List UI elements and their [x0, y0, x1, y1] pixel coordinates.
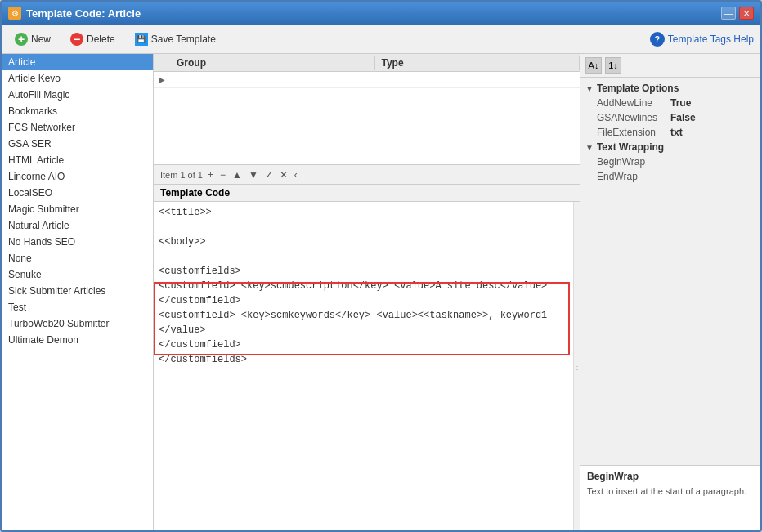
sidebar-item-test[interactable]: Test — [2, 299, 153, 315]
sort-az-icon[interactable]: A↓ — [585, 57, 602, 74]
add-new-line-value: True — [670, 97, 691, 109]
help-icon: ? — [650, 32, 665, 47]
sidebar-item-gsa-ser[interactable]: GSA SER — [2, 136, 153, 152]
grid-toolbar: Item 1 of 1 + − ▲ ▼ ✓ ✕ ‹ — [154, 164, 580, 184]
sidebar-item-magic-submitter[interactable]: Magic Submitter — [2, 201, 153, 217]
chevron-down-icon: ▼ — [585, 84, 594, 93]
file-extension-item[interactable]: FileExtension txt — [580, 125, 760, 140]
right-panel-bottom: BeginWrap Text to insert at the start of… — [580, 465, 760, 530]
save-icon: 💾 — [135, 33, 148, 46]
add-new-line-key: AddNewLine — [597, 97, 670, 109]
delete-icon: − — [70, 33, 83, 46]
add-row-button[interactable]: + — [206, 169, 215, 181]
begin-wrap-key: BeginWrap — [597, 156, 670, 168]
file-extension-key: FileExtension — [597, 127, 670, 138]
close-button[interactable]: ✕ — [739, 7, 754, 20]
sidebar-item-article[interactable]: Article — [2, 54, 153, 70]
new-icon: + — [15, 33, 28, 46]
text-wrapping-label: Text Wrapping — [597, 141, 664, 153]
code-editor-wrapper: <<title>> <<body>> <customfields> <custo… — [154, 202, 580, 530]
bottom-help-desc: Text to insert at the start of a paragra… — [587, 485, 754, 498]
sidebar-item-none[interactable]: None — [2, 250, 153, 266]
template-code-area: Template Code <<title>> <<body>> <custom… — [154, 185, 580, 530]
sidebar-item-fcs-networker[interactable]: FCS Networker — [2, 119, 153, 136]
gsa-newlines-value: False — [670, 112, 696, 123]
drag-handle[interactable]: ⋮ — [573, 202, 580, 530]
window-icon: ⚙ — [8, 7, 21, 20]
sidebar-item-natural-article[interactable]: Natural Article — [2, 217, 153, 234]
save-button[interactable]: 💾 Save Template — [128, 30, 222, 48]
sidebar-item-ultimate-demon[interactable]: Ultimate Demon — [2, 332, 153, 348]
toolbar: + New − Delete 💾 Save Template ? Templat… — [2, 25, 760, 54]
row-expander[interactable]: ▶ — [154, 75, 170, 84]
end-wrap-item[interactable]: EndWrap — [580, 169, 760, 184]
group-col-header: Group — [170, 56, 375, 70]
sidebar-item-senuke[interactable]: Senuke — [2, 266, 153, 283]
options-tree: ▼ Template Options AddNewLine True GSANe… — [580, 78, 760, 465]
edit-row-button[interactable]: ✓ — [263, 169, 275, 181]
chevron-down-icon-2: ▼ — [585, 143, 594, 152]
title-bar-controls: — ✕ — [721, 7, 754, 20]
end-wrap-key: EndWrap — [597, 171, 670, 182]
new-label: New — [31, 34, 51, 45]
sidebar-item-lincorne-aio[interactable]: Lincorne AIO — [2, 168, 153, 185]
type-col-header: Type — [375, 56, 580, 70]
sidebar-item-no-hands-seo[interactable]: No Hands SEO — [2, 234, 153, 250]
bottom-help-title: BeginWrap — [587, 471, 754, 482]
title-bar-left: ⚙ Template Code: Article — [8, 7, 141, 20]
grid-body[interactable]: ▶ — [154, 72, 580, 164]
remove-row-button[interactable]: − — [218, 169, 227, 181]
template-options-header[interactable]: ▼ Template Options — [580, 81, 760, 96]
right-panel: A↓ 1↓ ▼ Template Options AddNewLine True… — [580, 54, 760, 530]
sidebar-item-sick-submitter[interactable]: Sick Submitter Articles — [2, 283, 153, 299]
nav-prev-button[interactable]: ‹ — [293, 169, 299, 181]
right-panel-top: A↓ 1↓ — [580, 54, 760, 78]
pagination-label: Item 1 of 1 — [160, 170, 203, 180]
sort-num-icon[interactable]: 1↓ — [605, 57, 621, 74]
sidebar-item-html-article[interactable]: HTML Article — [2, 152, 153, 168]
delete-row-button[interactable]: ✕ — [278, 169, 289, 181]
sidebar-item-bookmarks[interactable]: Bookmarks — [2, 103, 153, 119]
grid-header: Group Type — [154, 54, 580, 72]
main-window: ⚙ Template Code: Article — ✕ + New − Del… — [0, 0, 762, 532]
delete-label: Delete — [87, 34, 115, 45]
begin-wrap-item[interactable]: BeginWrap — [580, 154, 760, 169]
code-editor[interactable]: <<title>> <<body>> <customfields> <custo… — [154, 202, 573, 530]
add-new-line-item[interactable]: AddNewLine True — [580, 96, 760, 110]
help-link[interactable]: ? Template Tags Help — [650, 32, 754, 47]
help-label: Template Tags Help — [668, 34, 754, 45]
sort-icons: A↓ 1↓ — [585, 57, 621, 74]
new-button[interactable]: + New — [8, 30, 57, 48]
template-code-label: Template Code — [154, 185, 580, 202]
table-row[interactable]: ▶ — [154, 72, 580, 88]
window-title: Template Code: Article — [26, 7, 141, 20]
gsa-newlines-key: GSANewlines — [597, 112, 670, 123]
text-wrapping-header[interactable]: ▼ Text Wrapping — [580, 140, 760, 154]
delete-button[interactable]: − Delete — [64, 30, 122, 48]
sidebar-item-localseo[interactable]: LocalSEO — [2, 185, 153, 201]
save-label: Save Template — [151, 34, 216, 45]
sidebar-item-turboweb20[interactable]: TurboWeb20 Submitter — [2, 315, 153, 332]
grid-area: Group Type ▶ Item 1 of 1 + − ▲ ▼ — [154, 54, 580, 185]
minimize-button[interactable]: — — [721, 7, 736, 20]
move-up-button[interactable]: ▲ — [231, 169, 244, 181]
file-extension-value: txt — [670, 127, 683, 138]
move-down-button[interactable]: ▼ — [247, 169, 260, 181]
center-panel: Group Type ▶ Item 1 of 1 + − ▲ ▼ — [154, 54, 580, 530]
sidebar-item-autofill-magic[interactable]: AutoFill Magic — [2, 87, 153, 103]
main-content: Article Article Kevo AutoFill Magic Book… — [2, 54, 760, 530]
gsa-newlines-item[interactable]: GSANewlines False — [580, 110, 760, 125]
template-options-label: Template Options — [597, 83, 679, 94]
sidebar-item-article-kevo[interactable]: Article Kevo — [2, 70, 153, 87]
sidebar: Article Article Kevo AutoFill Magic Book… — [2, 54, 154, 530]
title-bar: ⚙ Template Code: Article — ✕ — [2, 2, 760, 25]
